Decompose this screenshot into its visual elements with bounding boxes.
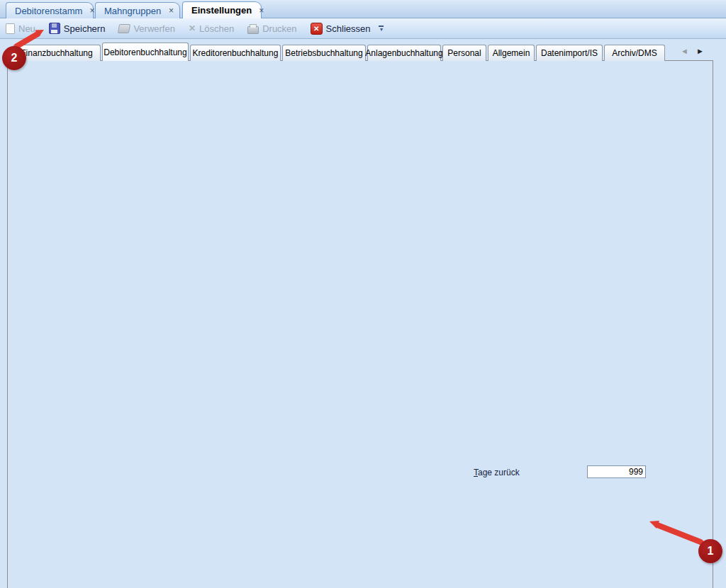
tab-label: Finanzbuchhaltung [21, 48, 92, 58]
tab-debitorenbuchhaltung[interactable]: Debitorenbuchhaltung [102, 43, 189, 61]
tage-zurueck-field[interactable] [587, 465, 646, 478]
save-button[interactable]: Speichern [47, 22, 108, 35]
tab-label: Betriebsbuchhaltung [285, 48, 362, 58]
tab-anlagenbuchhaltung[interactable]: Anlagenbuchhaltung [367, 45, 441, 61]
printer-icon [247, 26, 259, 34]
tab-label: Anlagenbuchhaltung [365, 48, 442, 58]
close-label: Schliessen [326, 23, 371, 34]
tab-label: Debitorenbuchhaltung [104, 47, 186, 57]
tab-label: Personal [447, 48, 481, 58]
tab-archiv-dms[interactable]: Archiv/DMS [604, 45, 665, 61]
tab-label: Mahngruppen [104, 6, 161, 16]
chevron-down-icon: ▾ [380, 28, 383, 31]
tab-label: Debitorenstamm [15, 6, 82, 16]
delete-x-icon: ✕ [189, 24, 196, 33]
tab-datenimport-is[interactable]: Datenimport/IS [536, 45, 603, 61]
document-tab-bar: Debitorenstamm × Mahngruppen × Einstellu… [0, 0, 726, 18]
toolbar: Neu Speichern Verwerfen ✕ Löschen Drucke… [0, 18, 726, 39]
tab-label: Allgemein [493, 48, 530, 58]
close-red-icon: ✕ [311, 23, 323, 35]
tab-scroll-right-icon[interactable]: ► [696, 47, 704, 55]
tab-scroll-left-icon[interactable]: ◄ [681, 47, 688, 55]
toolbar-overflow-button[interactable]: ▾ [379, 26, 384, 31]
discard-label: Verwerfen [133, 23, 175, 34]
floppy-disk-icon [49, 23, 60, 34]
close-icon[interactable]: × [259, 6, 264, 16]
annotation-badge-2: 2 [2, 46, 26, 70]
tab-einstellungen[interactable]: Einstellungen × [182, 1, 262, 18]
annotation-badge-1: 1 [698, 539, 722, 563]
delete-label: Löschen [199, 23, 234, 34]
new-button[interactable]: Neu [4, 23, 38, 35]
new-label: Neu [18, 23, 35, 34]
close-icon[interactable]: × [169, 6, 174, 16]
print-label: Drucken [262, 23, 296, 34]
tab-kreditorenbuchhaltung[interactable]: Kreditorenbuchhaltung [190, 45, 281, 61]
tab-label: Einstellungen [191, 5, 252, 16]
discard-icon [118, 24, 130, 33]
label-tage-zurueck: Tage zurück [474, 468, 520, 477]
tab-label: Kreditorenbuchhaltung [193, 48, 279, 58]
tab-betriebsbuchhaltung[interactable]: Betriebsbuchhaltung [282, 45, 366, 61]
close-icon[interactable]: × [89, 6, 94, 16]
save-label: Speichern [64, 23, 106, 34]
tab-label: Archiv/DMS [612, 48, 657, 58]
close-button[interactable]: ✕ Schliessen [308, 22, 373, 35]
new-page-icon [6, 23, 15, 34]
tab-label: Datenimport/IS [541, 48, 598, 58]
tab-debitorenstamm[interactable]: Debitorenstamm × [6, 2, 94, 18]
settings-page [7, 60, 713, 588]
tab-personal[interactable]: Personal [442, 45, 486, 61]
discard-button[interactable]: Verwerfen [116, 23, 177, 35]
tab-allgemein[interactable]: Allgemein [488, 45, 535, 61]
print-button[interactable]: Drucken [245, 23, 298, 35]
delete-button[interactable]: ✕ Löschen [186, 23, 236, 35]
tab-mahngruppen[interactable]: Mahngruppen × [95, 2, 180, 18]
